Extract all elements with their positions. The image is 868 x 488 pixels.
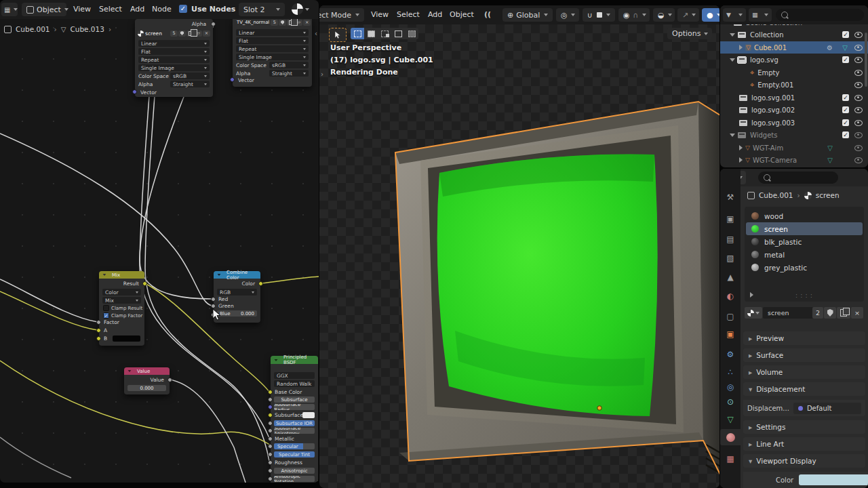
panel-displacement[interactable]: ▾Displacement: [743, 382, 865, 396]
specular-socket[interactable]: [268, 444, 273, 449]
shader-type-dropdown[interactable]: Object: [22, 3, 66, 16]
distribution-dropdown[interactable]: GGX: [274, 372, 315, 379]
row-label[interactable]: Empty: [757, 69, 779, 77]
image-name[interactable]: TV_4K_normal: [237, 20, 269, 25]
subsurface-anisotropy-socket[interactable]: [268, 428, 273, 433]
subsurface-radius-socket[interactable]: [268, 405, 273, 409]
disclosure-icon[interactable]: [739, 45, 743, 50]
tab-render[interactable]: ▣: [720, 211, 741, 227]
outliner-row[interactable]: logo.svg.002 ✓: [720, 104, 868, 116]
image-texture-node-screen[interactable]: Alpha screen 5 ▱ × Linear Flat Repeat Si…: [135, 19, 213, 97]
fake-user-shield-button[interactable]: [279, 20, 286, 26]
object-origin-dot[interactable]: [597, 406, 601, 410]
unlink-material-button[interactable]: ×: [851, 307, 863, 319]
subsurface-ior-slider[interactable]: Subsurface IOR: [274, 420, 315, 426]
collection-checkbox[interactable]: ✓: [842, 94, 849, 101]
gizmos-dropdown[interactable]: ↗: [677, 8, 699, 22]
viewport-color-swatch[interactable]: [799, 474, 868, 485]
subsurface-socket[interactable]: [268, 397, 273, 402]
panel-line-art[interactable]: ▸Line Art: [743, 437, 865, 451]
outliner-scrollbar[interactable]: [865, 33, 867, 87]
collection-checkbox[interactable]: ✓: [842, 119, 849, 126]
snapping-dropdown[interactable]: ∪: [583, 8, 615, 22]
anisotropic-socket[interactable]: [268, 468, 273, 473]
modifier-wrench-icon[interactable]: ⚙: [827, 44, 833, 52]
active-tool-tweak-button[interactable]: [329, 28, 347, 42]
resize-grip[interactable]: : : : :: [795, 293, 812, 299]
fake-user-shield-button[interactable]: [824, 307, 836, 319]
disclosure-icon[interactable]: [739, 157, 743, 163]
subsurface-color-swatch[interactable]: [302, 412, 315, 418]
row-label[interactable]: logo.svg.002: [751, 106, 795, 114]
copy-datablock-button[interactable]: [186, 30, 194, 37]
copy-datablock-button[interactable]: [287, 20, 294, 26]
toolbar-toggle-arrow[interactable]: ›: [321, 70, 323, 78]
slot-specials-button[interactable]: [750, 292, 753, 298]
panel-surface[interactable]: ▸Surface: [743, 348, 865, 362]
tab-view-layer[interactable]: ▧: [720, 250, 741, 266]
row-label[interactable]: logo.svg: [750, 56, 778, 64]
users-count-button[interactable]: 5: [170, 30, 178, 37]
b-input-socket[interactable]: [96, 336, 101, 341]
slot-name[interactable]: wood: [764, 212, 783, 220]
slot-name[interactable]: blk_plastic: [764, 238, 802, 246]
color-space-dropdown[interactable]: sRGB: [269, 62, 309, 68]
row-label[interactable]: logo.svg.003: [751, 119, 795, 127]
select-box-button-active[interactable]: [351, 28, 364, 39]
value-node[interactable]: Value Value 0.000: [124, 367, 170, 394]
outliner-row[interactable]: ▽ WGT-Camera ▽: [720, 154, 868, 166]
outliner-row-selected[interactable]: ▽ Cube.001 ⚙ ▽: [720, 41, 868, 54]
select-subtract-button[interactable]: [378, 28, 391, 39]
unlink-button[interactable]: ×: [303, 20, 311, 26]
anisotropic-slider[interactable]: Anisotropic: [274, 468, 315, 474]
tv-render[interactable]: [319, 5, 719, 488]
disclosure-icon[interactable]: [739, 145, 743, 150]
mode-dropdown[interactable]: ect Mode: [319, 8, 364, 22]
slot-name[interactable]: grey_plastic: [764, 264, 807, 272]
red-input-socket[interactable]: [211, 297, 216, 302]
specular-tint-slider[interactable]: Specular Tint: [274, 451, 315, 458]
clamp-result-checkbox[interactable]: [103, 305, 109, 311]
data-type-dropdown[interactable]: Color: [102, 289, 141, 296]
breadcrumb-material[interactable]: screen: [816, 191, 840, 199]
collection-checkbox[interactable]: ✓: [842, 31, 849, 38]
row-label[interactable]: Collection: [750, 31, 783, 39]
menu-view[interactable]: View: [73, 0, 91, 19]
panel-viewport-display[interactable]: ▾Viewport Display: [743, 454, 865, 468]
collection-checkbox[interactable]: ✓: [842, 106, 849, 113]
row-label[interactable]: WGT-Camera: [753, 157, 797, 164]
material-slot[interactable]: grey_plastic: [746, 261, 863, 274]
tab-constraints[interactable]: ⊙: [720, 394, 741, 410]
alpha-mode-dropdown[interactable]: Straight: [269, 70, 309, 77]
region-toggle-arrow[interactable]: ‹: [315, 30, 317, 37]
properties-search-input[interactable]: [758, 171, 838, 184]
breadcrumb-object[interactable]: Cube.001: [16, 25, 50, 33]
tab-texture[interactable]: ▦: [720, 451, 741, 467]
tab-particles[interactable]: ∴: [720, 364, 741, 380]
hide-eye-icon[interactable]: [854, 107, 863, 113]
specular-tint-socket[interactable]: [268, 452, 273, 457]
vector-input-socket[interactable]: [230, 77, 235, 82]
projection-dropdown[interactable]: Flat: [138, 48, 210, 55]
material-slot-selected[interactable]: screen: [746, 222, 863, 235]
breadcrumb-object[interactable]: Cube.001: [759, 191, 793, 199]
material-slot[interactable]: wood: [746, 209, 863, 222]
outliner-row[interactable]: logo.svg.003 ✓: [720, 117, 868, 129]
breadcrumb-mesh[interactable]: Cube.013: [70, 25, 104, 33]
subsurface-ior-socket[interactable]: [268, 421, 273, 426]
material-name-field[interactable]: screen: [763, 307, 816, 319]
tab-collection[interactable]: ▢: [720, 308, 741, 325]
hide-eye-icon[interactable]: [854, 145, 863, 151]
menu-add[interactable]: Add: [428, 5, 442, 24]
tab-output[interactable]: ▤: [720, 231, 741, 247]
b-color-swatch[interactable]: [113, 336, 140, 342]
tab-material-active[interactable]: [720, 429, 741, 445]
outliner-row[interactable]: logo.svg.001 ✓: [720, 92, 868, 104]
anisotropic-rotation-slider[interactable]: Anisotropic Rotation: [274, 476, 315, 482]
menu-select[interactable]: Select: [397, 5, 420, 24]
interpolation-dropdown[interactable]: Linear: [138, 40, 210, 47]
hide-eye-icon[interactable]: [854, 70, 863, 76]
base-color-socket[interactable]: [268, 390, 273, 394]
extension-dropdown[interactable]: Repeat: [236, 45, 309, 52]
outliner-row[interactable]: logo.svg ✓: [720, 54, 868, 66]
